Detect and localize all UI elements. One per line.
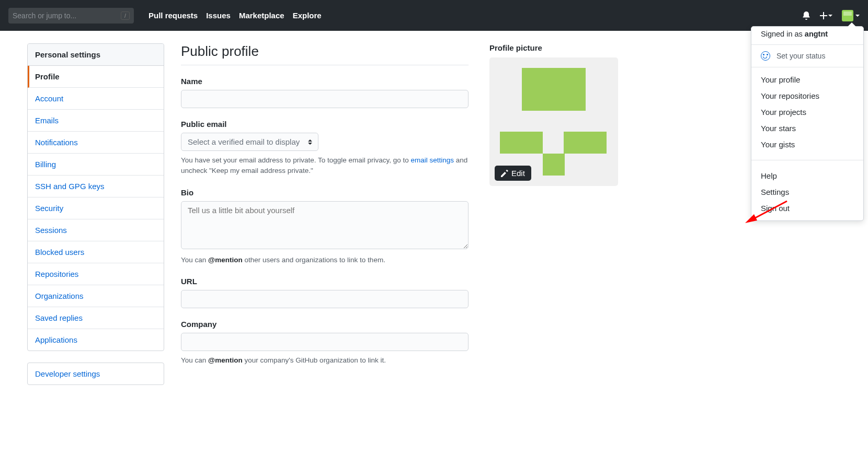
email-select[interactable]: Select a verified email to display xyxy=(181,133,318,151)
profile-picture-section: Profile picture Edit xyxy=(489,43,618,396)
settings-sidebar: Personal settings Profile Account Emails… xyxy=(27,43,164,396)
dropdown-your-profile[interactable]: Your profile xyxy=(751,72,863,88)
header-right xyxy=(802,10,860,21)
sidebar-item-profile[interactable]: Profile xyxy=(28,66,164,88)
dropdown-your-gists[interactable]: Your gists xyxy=(751,136,863,153)
dropdown-sign-out[interactable]: Sign out xyxy=(751,200,863,216)
page-title: Public profile xyxy=(181,43,469,65)
dropdown-signed-in: Signed in as angtnt xyxy=(751,27,863,45)
main-content: Public profile Name Public email Select … xyxy=(181,43,841,396)
url-field: URL xyxy=(181,277,469,308)
email-label: Public email xyxy=(181,120,469,129)
sidebar-item-repositories[interactable]: Repositories xyxy=(28,263,164,285)
dropdown-your-projects[interactable]: Your projects xyxy=(751,104,863,120)
menu-header: Personal settings xyxy=(28,44,164,66)
caret-down-icon xyxy=(855,15,860,17)
caret-down-icon xyxy=(828,15,832,17)
name-label: Name xyxy=(181,77,469,86)
sidebar-item-account[interactable]: Account xyxy=(28,88,164,110)
sidebar-item-applications[interactable]: Applications xyxy=(28,329,164,351)
personal-settings-menu: Personal settings Profile Account Emails… xyxy=(27,43,164,351)
url-label: URL xyxy=(181,277,469,286)
nav-explore[interactable]: Explore xyxy=(293,11,322,20)
dropdown-settings[interactable]: Settings xyxy=(751,184,863,200)
dropdown-divider xyxy=(751,160,863,160)
profile-picture-label: Profile picture xyxy=(489,43,618,52)
sidebar-item-security[interactable]: Security xyxy=(28,197,164,219)
developer-settings-menu: Developer settings xyxy=(27,363,164,385)
user-dropdown-menu: Signed in as angtnt Set your status Your… xyxy=(751,26,864,221)
search-input[interactable] xyxy=(13,11,121,20)
edit-picture-button[interactable]: Edit xyxy=(495,166,531,181)
dropdown-your-stars[interactable]: Your stars xyxy=(751,120,863,136)
global-header: / Pull requests Issues Marketplace Explo… xyxy=(0,0,868,31)
bio-field: Bio You can @mention other users and org… xyxy=(181,188,469,265)
nav-links: Pull requests Issues Marketplace Explore xyxy=(149,11,322,20)
dropdown-your-repositories[interactable]: Your repositories xyxy=(751,88,863,104)
sidebar-item-saved-replies[interactable]: Saved replies xyxy=(28,307,164,329)
company-hint: You can @mention your company's GitHub o… xyxy=(181,355,469,366)
name-field: Name xyxy=(181,77,469,108)
sidebar-item-billing[interactable]: Billing xyxy=(28,154,164,176)
search-wrap[interactable]: / xyxy=(8,8,134,24)
bio-label: Bio xyxy=(181,188,469,197)
dropdown-help[interactable]: Help xyxy=(751,168,863,184)
slash-key-hint: / xyxy=(121,11,130,20)
sidebar-item-blocked-users[interactable]: Blocked users xyxy=(28,241,164,263)
avatar xyxy=(842,10,853,21)
notifications-icon[interactable] xyxy=(802,11,810,20)
plus-icon xyxy=(820,12,827,19)
profile-picture-box: Edit xyxy=(489,57,618,186)
sidebar-item-ssh-keys[interactable]: SSH and GPG keys xyxy=(28,176,164,197)
sidebar-item-developer-settings[interactable]: Developer settings xyxy=(28,363,164,384)
sidebar-item-emails[interactable]: Emails xyxy=(28,110,164,132)
company-input[interactable] xyxy=(181,333,469,351)
profile-form: Public profile Name Public email Select … xyxy=(181,43,469,396)
smiley-icon xyxy=(761,51,770,61)
sidebar-item-sessions[interactable]: Sessions xyxy=(28,219,164,241)
nav-marketplace[interactable]: Marketplace xyxy=(239,11,284,20)
user-menu-trigger[interactable] xyxy=(842,10,860,21)
email-settings-link[interactable]: email settings xyxy=(411,156,454,164)
sidebar-item-notifications[interactable]: Notifications xyxy=(28,132,164,154)
email-field: Public email Select a verified email to … xyxy=(181,120,469,177)
email-hint: You have set your email address to priva… xyxy=(181,155,469,177)
company-field: Company You can @mention your company's … xyxy=(181,320,469,366)
create-new-menu[interactable] xyxy=(820,12,832,19)
nav-pull-requests[interactable]: Pull requests xyxy=(149,11,198,20)
url-input[interactable] xyxy=(181,290,469,308)
main-container: Personal settings Profile Account Emails… xyxy=(0,31,868,396)
bio-hint: You can @mention other users and organiz… xyxy=(181,255,469,265)
company-label: Company xyxy=(181,320,469,329)
bio-textarea[interactable] xyxy=(181,201,469,249)
nav-issues[interactable]: Issues xyxy=(206,11,231,20)
pencil-icon xyxy=(501,170,508,177)
dropdown-set-status[interactable]: Set your status xyxy=(751,45,863,67)
name-input[interactable] xyxy=(181,90,469,108)
sidebar-item-organizations[interactable]: Organizations xyxy=(28,285,164,307)
